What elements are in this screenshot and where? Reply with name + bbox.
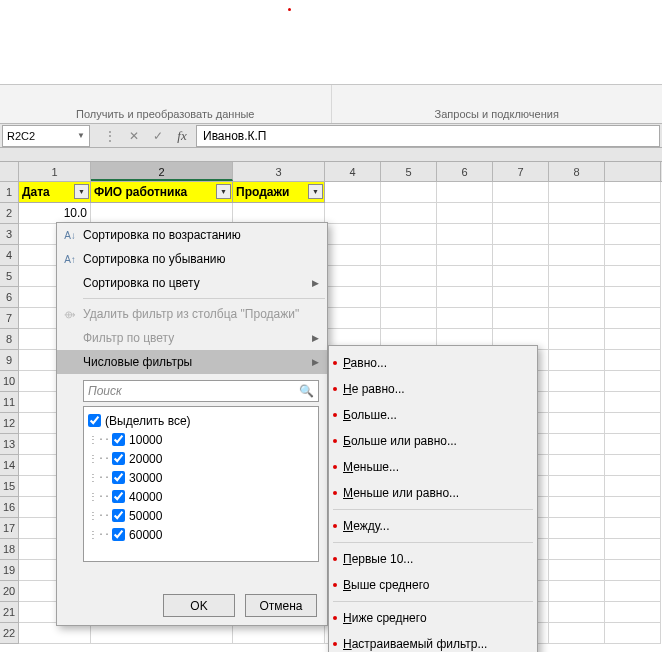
cell[interactable]	[493, 266, 549, 287]
filter-checklist[interactable]: (Выделить все)⋮··10000⋮··20000⋮··30000⋮·…	[83, 406, 319, 562]
cell[interactable]: ФИО работника▼	[91, 182, 233, 203]
cell[interactable]	[325, 287, 381, 308]
submenu-item[interactable]: Равно...	[329, 350, 537, 376]
col-header[interactable]: 8	[549, 162, 605, 181]
filter-dropdown-icon[interactable]: ▼	[308, 184, 323, 199]
submenu-item[interactable]: Настраиваемый фильтр...	[329, 631, 537, 652]
cell[interactable]	[605, 392, 661, 413]
row-header[interactable]: 6	[0, 287, 19, 308]
cell[interactable]	[605, 350, 661, 371]
row-header[interactable]: 9	[0, 350, 19, 371]
cell[interactable]	[381, 287, 437, 308]
cell[interactable]: 10.0	[19, 203, 91, 224]
filter-dropdown-icon[interactable]: ▼	[74, 184, 89, 199]
cell[interactable]	[605, 602, 661, 623]
cell[interactable]	[605, 182, 661, 203]
row-header[interactable]: 14	[0, 455, 19, 476]
fx-icon[interactable]: fx	[170, 125, 194, 147]
sort-by-color-item[interactable]: Сортировка по цвету ▶	[57, 271, 327, 295]
filter-check-item[interactable]: ⋮··60000	[88, 525, 314, 544]
row-header[interactable]: 17	[0, 518, 19, 539]
cell[interactable]	[381, 224, 437, 245]
sort-desc-item[interactable]: A↑ Сортировка по убыванию	[57, 247, 327, 271]
submenu-item[interactable]: Первые 10...	[329, 546, 537, 572]
cell[interactable]	[437, 308, 493, 329]
cell[interactable]	[549, 455, 605, 476]
cell[interactable]	[549, 497, 605, 518]
submenu-item[interactable]: Больше или равно...	[329, 428, 537, 454]
cell[interactable]	[549, 539, 605, 560]
cell[interactable]	[549, 476, 605, 497]
cell[interactable]	[493, 245, 549, 266]
cell[interactable]	[549, 602, 605, 623]
number-filters-item[interactable]: Числовые фильтры ▶	[57, 350, 327, 374]
cell[interactable]	[549, 392, 605, 413]
submenu-item[interactable]: Меньше...	[329, 454, 537, 480]
select-all-corner[interactable]	[0, 162, 19, 181]
row-header[interactable]: 1	[0, 182, 19, 203]
col-header[interactable]: 6	[437, 162, 493, 181]
cell[interactable]	[549, 224, 605, 245]
cell[interactable]	[605, 266, 661, 287]
cell[interactable]	[549, 350, 605, 371]
cell[interactable]	[233, 203, 325, 224]
row-header[interactable]: 8	[0, 329, 19, 350]
enter-formula-icon[interactable]: ✓	[146, 125, 170, 147]
cell[interactable]	[549, 266, 605, 287]
col-header[interactable]: 2	[91, 162, 233, 181]
checkbox[interactable]	[112, 490, 125, 503]
cell[interactable]	[605, 224, 661, 245]
cell[interactable]	[605, 518, 661, 539]
cell[interactable]	[549, 371, 605, 392]
cell[interactable]	[605, 581, 661, 602]
row-header[interactable]: 10	[0, 371, 19, 392]
ok-button[interactable]: OK	[163, 594, 235, 617]
cell[interactable]	[605, 371, 661, 392]
row-header[interactable]: 5	[0, 266, 19, 287]
cell[interactable]	[493, 308, 549, 329]
cell[interactable]	[549, 245, 605, 266]
submenu-item[interactable]: Меньше или равно...	[329, 480, 537, 506]
row-header[interactable]: 7	[0, 308, 19, 329]
cell[interactable]	[605, 203, 661, 224]
cell[interactable]	[605, 434, 661, 455]
row-header[interactable]: 20	[0, 581, 19, 602]
formula-input[interactable]: Иванов.К.П	[196, 125, 660, 147]
cell[interactable]	[381, 266, 437, 287]
checkbox[interactable]	[88, 414, 101, 427]
submenu-item[interactable]: Не равно...	[329, 376, 537, 402]
filter-check-item[interactable]: ⋮··30000	[88, 468, 314, 487]
row-header[interactable]: 15	[0, 476, 19, 497]
cell[interactable]	[605, 329, 661, 350]
cell[interactable]	[437, 287, 493, 308]
cell[interactable]	[549, 623, 605, 644]
cell[interactable]	[381, 203, 437, 224]
col-header[interactable]: 7	[493, 162, 549, 181]
filter-check-item[interactable]: ⋮··10000	[88, 430, 314, 449]
cell[interactable]	[605, 560, 661, 581]
cell[interactable]	[549, 581, 605, 602]
col-header[interactable]	[605, 162, 661, 181]
name-box[interactable]: R2C2 ▼	[2, 125, 90, 147]
cell[interactable]	[549, 329, 605, 350]
cell[interactable]	[381, 245, 437, 266]
cancel-button[interactable]: Отмена	[245, 594, 317, 617]
row-header[interactable]: 12	[0, 413, 19, 434]
cell[interactable]	[325, 245, 381, 266]
filter-check-item[interactable]: ⋮··50000	[88, 506, 314, 525]
cell[interactable]	[549, 308, 605, 329]
cell[interactable]	[605, 308, 661, 329]
cell[interactable]	[605, 287, 661, 308]
cell[interactable]	[493, 182, 549, 203]
cell[interactable]	[91, 623, 233, 644]
sort-asc-item[interactable]: A↓ Сортировка по возрастанию	[57, 223, 327, 247]
cell[interactable]	[605, 413, 661, 434]
row-header[interactable]: 2	[0, 203, 19, 224]
row-header[interactable]: 18	[0, 539, 19, 560]
cell[interactable]	[549, 203, 605, 224]
cell[interactable]	[19, 623, 91, 644]
cell[interactable]	[549, 560, 605, 581]
cell[interactable]	[325, 266, 381, 287]
cell[interactable]	[437, 224, 493, 245]
filter-check-item[interactable]: ⋮··40000	[88, 487, 314, 506]
